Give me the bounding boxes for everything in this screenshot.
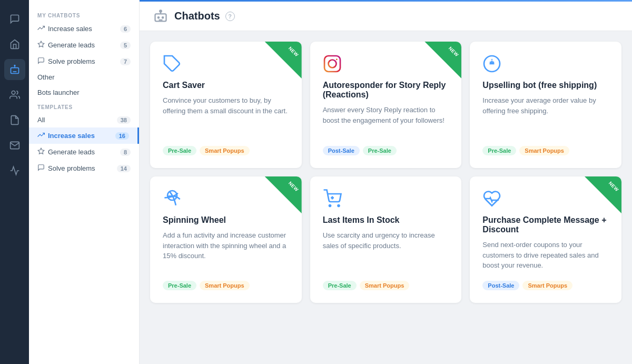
chatbot-logo-icon bbox=[152, 8, 169, 25]
sidebar-label-all: All bbox=[37, 116, 45, 124]
tag-smartpopups-last: Smart Popups bbox=[360, 281, 410, 290]
new-ribbon-text-autoresponder: NEW bbox=[448, 46, 460, 58]
sidebar-label-increase-sales-tpl: Increase sales bbox=[48, 132, 95, 140]
card-spinning-wheel[interactable]: NEW Spinning Wheel Add a fun activity an… bbox=[150, 176, 302, 303]
svg-marker-6 bbox=[38, 148, 44, 154]
sidebar-badge-increase-sales: 6 bbox=[120, 25, 131, 33]
tag-smartpopups-spin: Smart Popups bbox=[200, 281, 250, 290]
icon-bar-chat[interactable] bbox=[4, 8, 25, 29]
sidebar-badge-solve-problems-tpl: 14 bbox=[117, 165, 131, 172]
templates-label: TEMPLATES bbox=[29, 100, 139, 112]
page-title: Chatbots bbox=[174, 10, 220, 22]
icon-sidebar bbox=[0, 0, 29, 364]
card-title-spinning: Spinning Wheel bbox=[163, 215, 289, 225]
card-tags-last-items: Pre-Sale Smart Popups bbox=[323, 281, 449, 290]
svg-point-14 bbox=[335, 58, 337, 60]
help-button[interactable]: ? bbox=[225, 12, 235, 21]
card-tags-autoresponder: Post-Sale Pre-Sale bbox=[323, 146, 449, 155]
card-title-cart-saver: Cart Saver bbox=[163, 81, 289, 90]
sidebar-badge-increase-sales-tpl: 16 bbox=[115, 132, 129, 140]
sidebar-item-solve-problems-tpl[interactable]: Solve problems 14 bbox=[29, 160, 139, 176]
cards-area: NEW Cart Saver Convince your customers t… bbox=[140, 31, 632, 364]
sidebar-badge-generate-leads: 5 bbox=[120, 42, 131, 49]
generate-leads-tpl-icon bbox=[37, 147, 45, 156]
icon-bar-bot[interactable] bbox=[4, 59, 25, 80]
increase-sales-icon bbox=[37, 24, 45, 33]
sidebar-label-generate-leads-tpl: Generate leads bbox=[48, 148, 95, 156]
card-icon-upselling bbox=[482, 54, 609, 73]
tag-presale-spin: Pre-Sale bbox=[163, 281, 196, 290]
sidebar-item-generate-leads-tpl[interactable]: Generate leads 8 bbox=[29, 144, 139, 160]
sidebar-badge-solve-problems: 7 bbox=[120, 58, 131, 65]
icon-bar-people[interactable] bbox=[4, 84, 25, 105]
svg-point-8 bbox=[160, 10, 162, 12]
tag-smartpopups-purch: Smart Popups bbox=[522, 281, 572, 290]
tag-postsale-auto: Post-Sale bbox=[323, 146, 360, 155]
svg-rect-12 bbox=[324, 56, 340, 72]
card-icon-spinning bbox=[163, 189, 289, 208]
card-autoresponder[interactable]: NEW bbox=[310, 42, 462, 168]
card-title-autoresponder: Autoresponder for Story Reply (Reactions… bbox=[323, 81, 449, 100]
my-chatbots-label: MY CHATBOTS bbox=[29, 8, 139, 21]
new-ribbon-text-spinning: NEW bbox=[288, 181, 300, 193]
card-tags-upselling: Pre-Sale Smart Popups bbox=[482, 146, 609, 155]
icon-bar-home[interactable] bbox=[4, 34, 25, 55]
sidebar-item-increase-sales[interactable]: Increase sales 6 bbox=[29, 21, 139, 37]
sidebar-item-increase-sales-tpl[interactable]: Increase sales 16 bbox=[29, 127, 139, 144]
sidebar-item-solve-problems[interactable]: Solve problems 7 bbox=[29, 53, 139, 70]
card-icon-last-items bbox=[323, 189, 449, 208]
card-desc-purchase: Send next-order coupons to your customer… bbox=[482, 240, 609, 271]
sidebar-label-solve-problems-tpl: Solve problems bbox=[48, 164, 95, 172]
card-upselling-bot[interactable]: Upselling bot (free shipping) Increase y… bbox=[470, 42, 621, 168]
sidebar: MY CHATBOTS Increase sales 6 Generate le… bbox=[29, 0, 140, 364]
sidebar-item-all[interactable]: All 38 bbox=[29, 112, 139, 127]
icon-bar-document[interactable] bbox=[4, 110, 25, 131]
sidebar-label-bots-launcher: Bots launcher bbox=[37, 88, 80, 96]
tag-smartpopups-cart: Smart Popups bbox=[200, 146, 250, 155]
solve-problems-icon bbox=[37, 57, 45, 66]
svg-point-10 bbox=[162, 17, 163, 18]
svg-point-9 bbox=[158, 17, 159, 18]
card-last-items[interactable]: Last Items In Stock Use scarcity and urg… bbox=[310, 176, 462, 303]
card-purchase-complete[interactable]: NEW Purchase Complete Message + Discount… bbox=[470, 176, 621, 303]
card-tags-spinning: Pre-Sale Smart Popups bbox=[163, 281, 289, 290]
new-ribbon-text-purchase: NEW bbox=[607, 181, 619, 193]
sidebar-item-generate-leads[interactable]: Generate leads 5 bbox=[29, 37, 139, 53]
card-tags-purchase: Post-Sale Smart Popups bbox=[482, 281, 609, 290]
card-tags-cart-saver: Pre-Sale Smart Popups bbox=[163, 146, 289, 155]
top-bar: Chatbots ? bbox=[140, 2, 632, 31]
solve-problems-tpl-icon bbox=[37, 164, 45, 173]
cards-grid: NEW Cart Saver Convince your customers t… bbox=[150, 42, 621, 303]
card-icon-purchase bbox=[482, 189, 609, 208]
svg-marker-5 bbox=[38, 41, 44, 47]
tag-presale-auto: Pre-Sale bbox=[363, 146, 397, 155]
sidebar-label-increase-sales: Increase sales bbox=[48, 25, 92, 33]
card-desc-autoresponder: Answer every Story Reply reaction to boo… bbox=[323, 105, 449, 136]
tag-smartpopups-ups: Smart Popups bbox=[519, 146, 569, 155]
sidebar-badge-generate-leads-tpl: 8 bbox=[120, 149, 131, 156]
svg-rect-0 bbox=[11, 68, 18, 74]
icon-bar-mail[interactable] bbox=[4, 135, 25, 156]
sidebar-label-generate-leads: Generate leads bbox=[48, 41, 95, 49]
increase-sales-tpl-icon bbox=[37, 131, 45, 140]
card-title-purchase: Purchase Complete Message + Discount bbox=[482, 215, 609, 234]
sidebar-item-bots-launcher[interactable]: Bots launcher bbox=[29, 85, 139, 100]
card-icon-autoresponder bbox=[323, 54, 449, 73]
card-cart-saver[interactable]: NEW Cart Saver Convince your customers t… bbox=[150, 42, 302, 168]
sidebar-label-other: Other bbox=[37, 73, 55, 81]
svg-point-1 bbox=[14, 65, 15, 66]
card-desc-spinning: Add a fun activity and increase customer… bbox=[163, 230, 289, 271]
tag-postsale-purch: Post-Sale bbox=[482, 281, 519, 290]
sidebar-item-other[interactable]: Other bbox=[29, 70, 139, 85]
icon-bar-chart[interactable] bbox=[4, 160, 25, 181]
tag-presale-last: Pre-Sale bbox=[323, 281, 357, 290]
svg-point-19 bbox=[329, 205, 331, 206]
svg-point-20 bbox=[338, 205, 339, 206]
svg-point-13 bbox=[328, 60, 336, 68]
main-content: Chatbots ? NEW Cart Saver Convince your … bbox=[140, 0, 632, 364]
card-desc-last-items: Use scarcity and urgency to increase sal… bbox=[323, 230, 449, 271]
card-icon-cart-saver bbox=[163, 54, 289, 73]
card-desc-cart-saver: Convince your customers to buy, by offer… bbox=[163, 95, 289, 136]
card-title-upselling: Upselling bot (free shipping) bbox=[482, 81, 609, 90]
card-desc-upselling: Increase your average order value by off… bbox=[482, 95, 609, 136]
